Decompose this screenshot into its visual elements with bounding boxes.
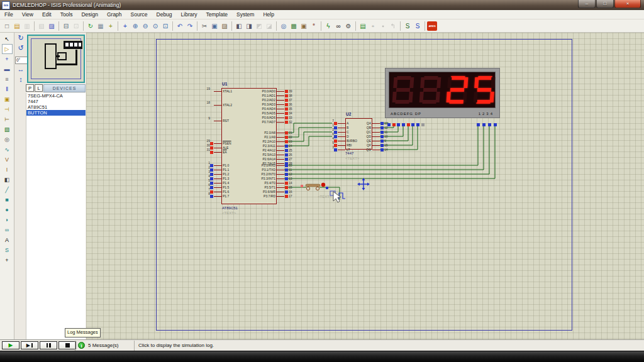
pin-10[interactable] bbox=[372, 136, 380, 137]
stop-button[interactable] bbox=[58, 341, 76, 349]
message-count[interactable]: 5 Message(s) bbox=[88, 343, 118, 348]
pick-device-icon[interactable]: ◎ bbox=[279, 21, 289, 31]
packaging-tool-icon[interactable]: ▣ bbox=[299, 21, 309, 31]
pick-devices-button[interactable]: P bbox=[26, 84, 34, 92]
pin-6[interactable] bbox=[338, 136, 345, 137]
pin-12[interactable] bbox=[372, 128, 380, 128]
print-area-icon[interactable]: ⊡ bbox=[71, 21, 81, 31]
device-item-7seg-mpx4-ca[interactable]: 7SEG-MPX4-CA bbox=[26, 93, 86, 99]
pin-3[interactable] bbox=[214, 174, 221, 175]
pin-9[interactable] bbox=[214, 121, 221, 121]
menu-tools[interactable]: Tools bbox=[56, 11, 77, 18]
grid-toggle-icon[interactable]: ▦ bbox=[96, 21, 106, 31]
pin-3[interactable] bbox=[338, 150, 345, 150]
cut-icon[interactable]: ✂ bbox=[199, 21, 209, 31]
menu-file[interactable]: File bbox=[0, 11, 18, 18]
step-button[interactable]: ▶ bbox=[21, 341, 38, 349]
pin-1[interactable] bbox=[338, 128, 345, 128]
menu-edit[interactable]: Edit bbox=[38, 11, 56, 18]
wire-label-mode-icon[interactable]: ▬ bbox=[2, 64, 13, 74]
generator-mode-icon[interactable]: ∿ bbox=[2, 145, 13, 155]
buses-mode-icon[interactable]: ‖ bbox=[2, 84, 13, 94]
paste-icon[interactable]: ▨ bbox=[219, 21, 230, 31]
zoom-in-icon[interactable]: ⊕ bbox=[130, 21, 140, 31]
mirror-horizontal-icon[interactable]: ↔ bbox=[16, 65, 26, 74]
pin-22[interactable] bbox=[277, 137, 284, 138]
pin-6[interactable] bbox=[214, 187, 221, 188]
graph-mode-icon[interactable]: ▧ bbox=[2, 124, 13, 134]
push-button-component[interactable] bbox=[306, 184, 320, 190]
pin-16[interactable] bbox=[277, 192, 284, 192]
undo-icon[interactable]: ↶ bbox=[175, 21, 185, 31]
rotation-angle-field[interactable]: 0° bbox=[15, 57, 28, 64]
2d-text-icon[interactable]: A bbox=[2, 235, 13, 245]
copy-icon[interactable]: ▣ bbox=[209, 21, 219, 31]
menu-template[interactable]: Template bbox=[202, 11, 233, 18]
title-bar[interactable]: ISIS DEMLEDHOP - ISIS Professional (Anim… bbox=[0, 0, 644, 10]
menu-source[interactable]: Source bbox=[126, 11, 152, 18]
menu-view[interactable]: View bbox=[18, 11, 38, 18]
device-item-button[interactable]: BUTTON bbox=[26, 110, 86, 116]
pin-27[interactable] bbox=[277, 159, 284, 160]
pin-11[interactable] bbox=[277, 170, 284, 170]
new-sheet-icon[interactable]: ▫ bbox=[368, 21, 378, 31]
pin-36[interactable] bbox=[277, 104, 284, 105]
origin-icon[interactable]: + bbox=[106, 21, 116, 31]
block-delete-icon[interactable]: ◪ bbox=[264, 21, 274, 31]
menu-debug[interactable]: Debug bbox=[152, 11, 177, 18]
pin-19[interactable] bbox=[214, 91, 221, 92]
pin-13[interactable] bbox=[372, 123, 380, 124]
pan-icon[interactable]: + bbox=[120, 21, 130, 31]
rotate-clockwise-icon[interactable]: ↻ bbox=[16, 34, 26, 42]
import-section-icon[interactable]: ▧ bbox=[36, 21, 47, 31]
pin-4[interactable] bbox=[338, 141, 345, 141]
2d-marker-icon[interactable]: + bbox=[2, 255, 13, 265]
pin-11[interactable] bbox=[372, 132, 380, 133]
pin-14[interactable] bbox=[277, 183, 284, 184]
status-message[interactable]: Click to display the simulation log. bbox=[138, 343, 214, 348]
save-file-icon[interactable]: ▥ bbox=[22, 21, 32, 31]
zoom-area-icon[interactable]: ⊡ bbox=[160, 21, 170, 31]
pin-35[interactable] bbox=[277, 109, 284, 109]
terminals-mode-icon[interactable]: ⊣ bbox=[2, 104, 13, 114]
seven-segment-display[interactable]: ABCDEFG DP 1234 bbox=[385, 68, 500, 118]
device-pins-mode-icon[interactable]: ⊢ bbox=[2, 114, 13, 124]
pin-10[interactable] bbox=[277, 165, 284, 166]
rotate-anticlockwise-icon[interactable]: ↺ bbox=[16, 44, 26, 52]
pin-1[interactable] bbox=[214, 165, 221, 166]
pin-13[interactable] bbox=[277, 178, 284, 179]
menu-graph[interactable]: Graph bbox=[103, 11, 126, 18]
new-file-icon[interactable]: □ bbox=[2, 21, 12, 31]
block-rotate-icon[interactable]: ◩ bbox=[254, 21, 264, 31]
redraw-icon[interactable]: ↻ bbox=[86, 21, 96, 31]
pin-39[interactable] bbox=[277, 91, 284, 92]
mirror-vertical-icon[interactable]: ↕ bbox=[16, 75, 26, 84]
preview-pane[interactable] bbox=[27, 35, 85, 83]
pin-2[interactable] bbox=[338, 132, 345, 133]
menu-design[interactable]: Design bbox=[77, 11, 102, 18]
minimize-button[interactable]: – bbox=[578, 0, 596, 8]
schematic-canvas[interactable]: U1 AT89C51 <TEXT> U2 7447 <TEXT> ABCDEFG… bbox=[86, 33, 644, 339]
2d-box-icon[interactable]: ■ bbox=[2, 195, 13, 205]
pin-32[interactable] bbox=[277, 122, 284, 123]
pin-15[interactable] bbox=[372, 145, 380, 146]
pin-18[interactable] bbox=[214, 105, 221, 106]
play-button[interactable]: ▶ bbox=[2, 341, 19, 349]
export-section-icon[interactable]: ▨ bbox=[47, 21, 57, 31]
design-explorer-icon[interactable]: ▤ bbox=[358, 21, 368, 31]
pin-5[interactable] bbox=[338, 145, 345, 146]
menu-library[interactable]: Library bbox=[177, 11, 202, 18]
voltage-probe-mode-icon[interactable]: V bbox=[2, 155, 13, 165]
pin-38[interactable] bbox=[277, 96, 284, 96]
property-assignment-icon[interactable]: ⚙ bbox=[343, 21, 353, 31]
wire-autorouter-icon[interactable]: ϟ bbox=[323, 21, 333, 31]
2d-symbol-icon[interactable]: S bbox=[2, 245, 13, 255]
block-move-icon[interactable]: ◨ bbox=[244, 21, 254, 31]
junction-dot-mode-icon[interactable]: + bbox=[2, 54, 13, 64]
info-icon[interactable]: i bbox=[78, 342, 85, 349]
tape-recorder-mode-icon[interactable]: ◎ bbox=[2, 134, 13, 145]
2d-circle-icon[interactable]: ● bbox=[2, 205, 13, 215]
2d-arc-icon[interactable]: ◗ bbox=[2, 215, 13, 225]
pin-15[interactable] bbox=[277, 187, 284, 188]
pin-4[interactable] bbox=[214, 178, 221, 179]
